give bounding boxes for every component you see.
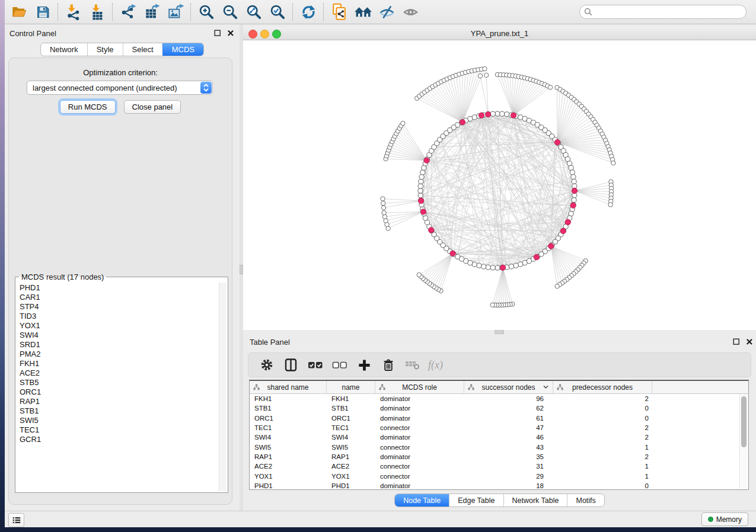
table-cell: SWI4 — [327, 434, 375, 441]
memory-status-dot — [708, 517, 713, 522]
dropdown-stepper — [200, 82, 212, 94]
apply-layout-button[interactable] — [296, 2, 320, 22]
table-scrollbar[interactable] — [739, 394, 748, 489]
hide-selection-button[interactable] — [375, 2, 398, 22]
divider-grip[interactable] — [495, 330, 504, 334]
tab-network[interactable]: Network — [41, 43, 87, 56]
export-table-button[interactable] — [140, 2, 164, 22]
tab-network-table[interactable]: Network Table — [503, 494, 567, 507]
run-mcds-button[interactable]: Run MCDS — [60, 100, 116, 114]
table-cell: dominator — [375, 434, 464, 441]
column-header-name[interactable]: name — [327, 381, 375, 393]
table-cell: RAP1 — [250, 453, 327, 460]
function-builder-button[interactable]: f(x) — [427, 359, 443, 371]
mcds-result-item[interactable]: STB1 — [20, 406, 219, 416]
tab-motifs[interactable]: Motifs — [567, 494, 604, 507]
save-session-button[interactable] — [31, 2, 55, 22]
mcds-result-item[interactable]: SRD1 — [20, 340, 219, 350]
table-cell: RAP1 — [327, 453, 375, 460]
zoom-out-button[interactable] — [218, 2, 242, 22]
tab-select[interactable]: Select — [123, 43, 162, 56]
tab-edge-table[interactable]: Edge Table — [449, 494, 503, 507]
tab-node-table[interactable]: Node Table — [395, 494, 449, 507]
mcds-result-item[interactable]: FKH1 — [20, 359, 219, 368]
column-header-shared-name[interactable]: shared name — [250, 381, 327, 393]
unchecked-boxes-icon — [332, 360, 347, 370]
close-panel-button[interactable]: Close panel — [124, 100, 181, 114]
table-row[interactable]: ACE2ACE2connector311 — [250, 462, 748, 471]
mcds-result-item[interactable]: ORC1 — [20, 387, 219, 397]
open-file-button[interactable] — [7, 2, 31, 22]
table-cell: ACE2 — [250, 463, 327, 470]
tab-mcds[interactable]: MCDS — [162, 43, 203, 56]
delete-table-button[interactable] — [403, 355, 423, 374]
chevron-up-down-icon — [203, 84, 209, 92]
table-row[interactable]: PHD1PHD1dominator180 — [250, 481, 748, 491]
table-split-divider[interactable] — [243, 330, 756, 335]
show-columns-button[interactable] — [281, 355, 301, 374]
zoom-in-button[interactable] — [194, 2, 218, 22]
network-from-selection-button[interactable] — [327, 2, 351, 22]
table-row[interactable]: STB1STB1dominator620 — [250, 403, 748, 413]
mcds-result-item[interactable]: PMA2 — [20, 350, 219, 359]
mcds-result-item[interactable]: ACE2 — [20, 368, 219, 378]
mcds-result-list[interactable]: PHD1CAR1STP4TID3YOX1SWI4SRD1PMA2FKH1ACE2… — [15, 282, 219, 492]
mcds-result-item[interactable]: STB5 — [20, 378, 219, 387]
mcds-result-item[interactable]: TID3 — [20, 312, 219, 321]
table-cell: 2 — [553, 424, 652, 431]
import-network-button[interactable] — [62, 2, 85, 22]
mcds-result-item[interactable]: SWI4 — [20, 331, 219, 340]
select-all-rows-button[interactable] — [305, 355, 326, 374]
table-settings-button[interactable] — [257, 355, 277, 374]
deselect-all-rows-button[interactable] — [330, 355, 350, 374]
column-header-filler — [652, 381, 748, 393]
export-network-button[interactable] — [116, 2, 140, 22]
search-input[interactable] — [579, 5, 747, 19]
show-hidden-button[interactable] — [398, 2, 422, 22]
mcds-result-item[interactable]: YOX1 — [20, 321, 219, 331]
mcds-result-item[interactable]: STP4 — [20, 302, 219, 312]
zoom-out-icon — [222, 4, 238, 20]
table-row[interactable]: SWI5SWI5connector431 — [250, 442, 748, 451]
network-canvas[interactable] — [243, 40, 756, 330]
table-row[interactable]: ORC1ORC1dominator610 — [250, 414, 748, 423]
mcds-result-item[interactable]: SWI5 — [20, 416, 219, 425]
table-cell: connector — [375, 463, 464, 470]
mcds-result-box: MCDS result (17 nodes) PHD1CAR1STP4TID3Y… — [15, 273, 228, 493]
import-table-button[interactable] — [85, 2, 109, 22]
close-panel-icon[interactable] — [746, 338, 753, 345]
delete-columns-button[interactable] — [378, 355, 398, 374]
criterion-select[interactable]: largest connected component (undirected) — [27, 81, 213, 95]
mcds-result-item[interactable]: TEC1 — [20, 425, 219, 435]
column-header-mcds-role[interactable]: MCDS role — [375, 381, 464, 393]
control-panel: Control Panel NetworkStyleSelectMCDS Opt… — [5, 24, 240, 511]
memory-button[interactable]: Memory — [701, 512, 748, 526]
table-panel-tabs: Node TableEdge TableNetwork TableMotifs — [243, 493, 756, 507]
import-table-icon — [89, 4, 106, 20]
table-cell: ACE2 — [327, 463, 375, 470]
mcds-result-item[interactable]: RAP1 — [20, 397, 219, 406]
zoom-selected-icon — [270, 4, 286, 20]
mcds-result-item[interactable]: CAR1 — [20, 293, 219, 302]
mcds-result-item[interactable]: GCR1 — [20, 435, 219, 444]
first-neighbors-button[interactable] — [351, 2, 375, 22]
close-panel-icon[interactable] — [227, 30, 234, 37]
export-image-button[interactable] — [164, 2, 187, 22]
table-row[interactable]: FKH1FKH1dominator962 — [250, 394, 748, 403]
column-header-predecessor-nodes[interactable]: predecessor nodes — [553, 381, 652, 393]
table-row[interactable]: YOX1YOX1connector291 — [250, 471, 748, 480]
float-panel-icon[interactable] — [733, 338, 740, 345]
mcds-result-item[interactable]: PHD1 — [20, 283, 219, 293]
zoom-selected-button[interactable] — [266, 2, 289, 22]
create-column-button[interactable] — [354, 355, 374, 374]
scrollbar-thumb[interactable] — [741, 396, 747, 447]
table-row[interactable]: TEC1TEC1connector472 — [250, 423, 748, 432]
show-panels-button[interactable] — [8, 513, 24, 527]
tab-style[interactable]: Style — [87, 43, 123, 56]
table-row[interactable]: RAP1RAP1dominator352 — [250, 452, 748, 462]
table-row[interactable]: SWI4SWI4dominator462 — [250, 432, 748, 442]
column-header-successor-nodes[interactable]: successor nodes — [464, 381, 553, 393]
mcds-list-scrollbar[interactable] — [219, 283, 227, 491]
float-panel-icon[interactable] — [214, 30, 221, 37]
zoom-fit-button[interactable] — [242, 2, 266, 22]
